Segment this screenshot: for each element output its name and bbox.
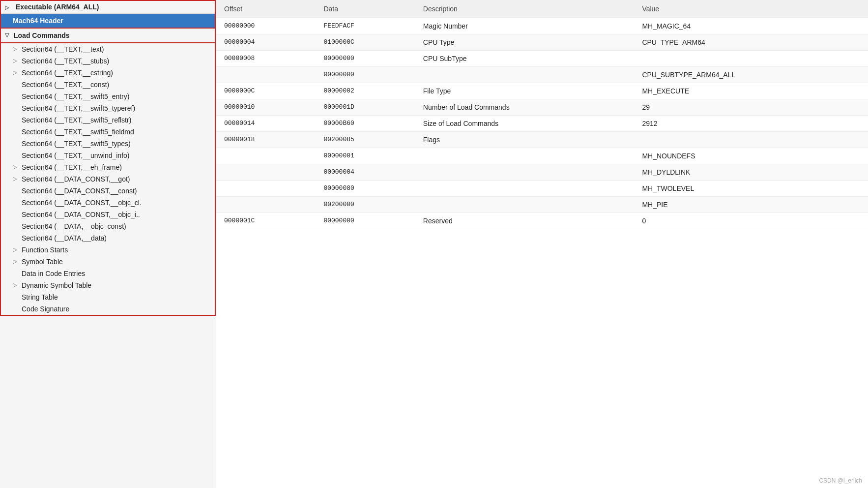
cell-description: CPU Type [415,34,635,51]
col-description: Description [415,0,635,18]
cell-data: 00000004 [316,164,415,181]
tree-item-label: Section64 (__TEXT,__text) [22,45,104,53]
executable-item[interactable]: ▷ Executable (ARM64_ALL) [1,1,215,14]
chevron-icon: ▷ [13,282,20,289]
cell-value [634,132,868,148]
tree-item[interactable]: Section64 (__DATA,__data) [1,232,215,244]
cell-description: Number of Load Commands [415,99,635,116]
tree-item[interactable]: Data in Code Entries [1,268,215,279]
cell-data: 0100000C [316,34,415,51]
cell-value: MH_DYLDLINK [634,164,868,181]
tree-item[interactable]: Section64 (__DATA,__objc_const) [1,220,215,232]
cell-data: 00200000 [316,197,415,213]
tree-item[interactable]: ▷Section64 (__TEXT,__stubs) [1,55,215,67]
tree-item-label: Section64 (__TEXT,__swift5_entry) [22,92,129,100]
cell-value [634,51,868,67]
tree-item[interactable]: ▷Section64 (__TEXT,__cstring) [1,67,215,79]
tree-item[interactable]: ▷Function Starts [1,244,215,256]
cell-data: 00000B60 [316,116,415,132]
tree-item[interactable]: Section64 (__TEXT,__swift5_fieldmd [1,126,215,138]
cell-data: 00000000 [316,67,415,83]
chevron-down-icon: ▽ [5,32,12,39]
cell-value: MH_NOUNDEFS [634,148,868,164]
cell-offset: 00000014 [216,116,316,132]
chevron-icon: ▷ [5,4,12,11]
tree-item[interactable]: Section64 (__TEXT,__swift5_entry) [1,91,215,102]
chevron-icon: ▷ [13,58,20,64]
tree-item[interactable]: Section64 (__DATA_CONST,__const) [1,185,215,197]
cell-offset: 00000010 [216,99,316,116]
cell-description [415,181,635,197]
cell-data: 00000000 [316,51,415,67]
tree-item[interactable]: Section64 (__TEXT,__unwind_info) [1,150,215,161]
chevron-icon: ▷ [13,246,20,253]
chevron-icon: ▷ [13,258,20,265]
top-box: ▷ Executable (ARM64_ALL) Mach64 Header [0,0,216,29]
tree-item[interactable]: Section64 (__DATA_CONST,__objc_cl. [1,197,215,209]
tree-item[interactable]: ▷Section64 (__DATA_CONST,__got) [1,173,215,185]
table-row: 00000080MH_TWOLEVEL [216,181,868,197]
tree-item[interactable]: ▷Dynamic Symbol Table [1,279,215,291]
load-commands-item[interactable]: ▽ Load Commands [0,29,216,43]
col-value: Value [634,0,868,18]
tree-item-label: Section64 (__DATA_CONST,__objc_cl. [22,199,142,207]
data-table: Offset Data Description Value 00000000FE… [216,0,868,229]
tree-item[interactable]: Section64 (__TEXT,__swift5_reflstr) [1,114,215,126]
cell-offset: 00000000 [216,18,316,34]
table-row: 00000001MH_NOUNDEFS [216,148,868,164]
cell-value: CPU_SUBTYPE_ARM64_ALL [634,67,868,83]
cell-data: 00000080 [316,181,415,197]
cell-offset [216,67,316,83]
table-row: 0000001400000B60Size of Load Commands291… [216,116,868,132]
cell-offset: 00000004 [216,34,316,51]
tree-item-label: Section64 (__DATA,__objc_const) [22,222,126,230]
tree-item[interactable]: ▷Section64 (__TEXT,__text) [1,43,215,55]
cell-description [415,67,635,83]
cell-description [415,197,635,213]
cell-data: 00000001 [316,148,415,164]
mach64-header-item[interactable]: Mach64 Header [1,14,215,28]
table-row: 00000004MH_DYLDLINK [216,164,868,181]
col-data: Data [316,0,415,18]
cell-offset [216,197,316,213]
tree-item[interactable]: Section64 (__DATA_CONST,__objc_i.. [1,209,215,220]
tree-item[interactable]: Section64 (__TEXT,__const) [1,79,215,91]
tree-item-label: String Table [22,293,58,301]
table-header-row: Offset Data Description Value [216,0,868,18]
chevron-icon: ▷ [13,46,20,53]
tree-item[interactable]: Section64 (__TEXT,__swift5_types) [1,138,215,150]
tree-item-label: Section64 (__TEXT,__unwind_info) [22,152,129,159]
cell-data: 00000000 [316,213,415,229]
tree-item[interactable]: Code Signature [1,303,215,315]
cell-data: FEEDFACF [316,18,415,34]
cell-description: Magic Number [415,18,635,34]
table-row: 00000000CPU_SUBTYPE_ARM64_ALL [216,67,868,83]
cell-offset: 00000018 [216,132,316,148]
tree-item[interactable]: ▷Section64 (__TEXT,__eh_frame) [1,161,215,173]
tree-item[interactable]: String Table [1,291,215,303]
tree-item-label: Section64 (__TEXT,__stubs) [22,57,109,65]
table-row: 00200000MH_PIE [216,197,868,213]
left-panel: ▷ Executable (ARM64_ALL) Mach64 Header ▽… [0,0,216,488]
cell-offset [216,148,316,164]
cell-offset [216,181,316,197]
table-row: 0000001800200085Flags [216,132,868,148]
watermark: CSDN @i_erlich [819,477,862,484]
right-panel: Offset Data Description Value 00000000FE… [216,0,868,488]
tree-item-label: Section64 (__DATA_CONST,__objc_i.. [22,211,140,218]
tree-item-label: Dynamic Symbol Table [22,281,91,289]
tree-item-label: Data in Code Entries [22,270,85,277]
cell-description: Size of Load Commands [415,116,635,132]
tree-item-label: Function Starts [22,246,68,254]
cell-value: 2912 [634,116,868,132]
tree-item-label: Section64 (__TEXT,__swift5_reflstr) [22,116,131,124]
cell-data: 00000002 [316,83,415,99]
tree-item[interactable]: ▷Symbol Table [1,256,215,268]
cell-offset: 0000000C [216,83,316,99]
tree-item-label: Section64 (__DATA,__data) [22,234,107,242]
tree-item-label: Section64 (__TEXT,__swift5_types) [22,140,131,148]
cell-offset [216,164,316,181]
tree-item[interactable]: Section64 (__TEXT,__swift5_typeref) [1,102,215,114]
cell-value: MH_EXECUTE [634,83,868,99]
tree-item-label: Section64 (__TEXT,__swift5_typeref) [22,104,135,112]
